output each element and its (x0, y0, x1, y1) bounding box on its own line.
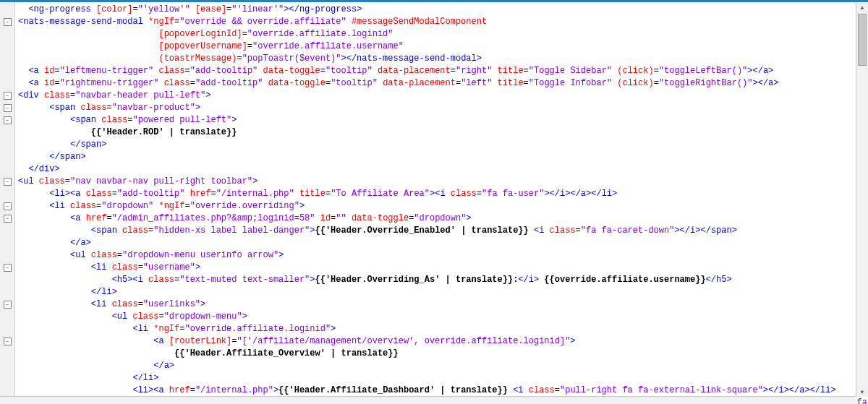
token-val: "username" (143, 262, 195, 272)
token-tag: </a> (70, 238, 91, 248)
token-val: "left" (461, 78, 492, 88)
token-val: "override.affiliate.username" (252, 41, 404, 51)
fold-toggle-icon[interactable]: − (4, 104, 12, 112)
gutter-cell[interactable]: − (0, 176, 14, 188)
token-val: "override.affiliate.loginid" (247, 29, 393, 39)
code-line[interactable]: <div class="navbar-header pull-left"> (18, 90, 868, 102)
token-tag: > (299, 201, 305, 211)
fold-toggle-icon[interactable]: − (4, 301, 12, 309)
token-attr: class (80, 103, 106, 113)
gutter-cell[interactable]: − (0, 262, 14, 274)
scroll-down-arrow[interactable]: ▼ (856, 387, 868, 397)
fold-toggle-icon[interactable]: − (4, 18, 12, 26)
fold-toggle-icon[interactable]: − (4, 178, 12, 186)
horizontal-scrollbar[interactable] (0, 396, 856, 404)
scroll-up-arrow[interactable]: ▲ (856, 2, 868, 12)
code-line[interactable]: <ng-progress [color]="'yellow'" [ease]="… (18, 4, 868, 16)
token-tag: <span (70, 115, 96, 125)
code-line[interactable]: <li class="userlinks"> (18, 298, 868, 311)
token-tag: <a (28, 66, 38, 76)
gutter-cell (0, 40, 14, 53)
token-tag: <ng-progress (28, 4, 90, 14)
code-line[interactable]: [popoverUsername]="override.affiliate.us… (18, 40, 868, 53)
gutter-cell (0, 348, 14, 360)
code-line[interactable]: <a id="leftmenu-trigger" class="add-tool… (18, 65, 868, 77)
code-line[interactable]: {{'Header.Affiliate_Overview' | translat… (18, 348, 868, 360)
token-tag: <ul (112, 311, 128, 322)
scroll-thumb[interactable] (858, 14, 867, 66)
token-attr: class (550, 225, 576, 236)
code-line[interactable]: <li *ngIf="override.affiliate.loginid"> (18, 323, 868, 335)
code-line[interactable]: <span class="powered pull-left"> (18, 114, 868, 126)
token-eq: = (54, 66, 59, 76)
token-val: "hidden-xs label label-danger" (153, 225, 310, 236)
code-line[interactable]: [popoverLoginId]="override.affiliate.log… (18, 28, 868, 40)
token-tag: ></a> (752, 78, 778, 88)
code-line[interactable]: <li><a href="/internal.php">{{'Header.Af… (18, 384, 868, 397)
token-text: {{'Header.Overriding_As' | translate}}: (315, 275, 519, 285)
gutter-cell[interactable]: − (0, 102, 14, 114)
code-line[interactable]: <nats-message-send-modal *ngIf="override… (18, 16, 868, 28)
code-line[interactable]: <a href="/admin_affiliates.php?&amp;logi… (18, 212, 868, 225)
token-val: "add-tooltip" (195, 78, 263, 88)
gutter-cell[interactable]: − (0, 212, 14, 225)
gutter-cell[interactable]: − (0, 16, 14, 28)
code-line[interactable]: </a> (18, 237, 868, 249)
code-line[interactable]: </li> (18, 372, 868, 384)
code-area[interactable]: <ng-progress [color]="'yellow'" [ease]="… (15, 2, 868, 404)
token-attr: #messageSendModalComponent (352, 17, 487, 27)
code-line[interactable]: <h5><i class="text-muted text-smaller">{… (18, 274, 868, 286)
fold-toggle-icon[interactable]: − (4, 202, 12, 210)
token-val: "dropdown" (414, 213, 466, 223)
token-eq: = (451, 66, 456, 76)
gutter-cell[interactable]: − (0, 335, 14, 348)
vertical-scrollbar[interactable]: ▲ ▼ (856, 2, 868, 397)
gutter-cell[interactable]: − (0, 114, 14, 126)
code-line[interactable]: <li class="dropdown" *ngIf="override.ove… (18, 200, 868, 212)
fold-toggle-icon[interactable]: − (4, 92, 12, 100)
code-line[interactable]: <li><a class="add-tooltip" href="/intern… (18, 188, 868, 200)
token-tag: <a (153, 336, 163, 346)
token-val: "add-tooltip" (190, 66, 258, 76)
fold-toggle-icon[interactable]: − (4, 264, 12, 272)
token-attr: *ngIf (158, 201, 184, 211)
token-tag: > (310, 275, 315, 285)
token-attr: class (70, 201, 96, 211)
fold-toggle-icon[interactable]: − (4, 116, 12, 124)
gutter-cell (0, 274, 14, 286)
code-line[interactable]: <span class="navbar-product"> (18, 102, 868, 114)
code-line[interactable]: <li class="username"> (18, 262, 868, 274)
code-line[interactable]: <ul class="dropdown-menu userinfo arrow"… (18, 249, 868, 262)
token-attr: data-placement (378, 66, 451, 76)
code-line[interactable]: </a> (18, 360, 868, 372)
fold-toggle-icon[interactable]: − (4, 215, 12, 223)
token-tag: <li (132, 324, 148, 334)
code-line[interactable]: <ul class="nav navbar-nav pull-right too… (18, 176, 868, 188)
code-line[interactable]: <span class="hidden-xs label label-dange… (18, 225, 868, 237)
code-line[interactable]: {{'Header.ROD' | translate}} (18, 126, 868, 139)
code-line[interactable]: </li> (18, 286, 868, 298)
token-eq: = (654, 78, 659, 88)
token-eq: = (555, 385, 560, 395)
code-line[interactable]: <a [routerLink]="['/affiliate/management… (18, 335, 868, 348)
token-attr: (click) (617, 66, 653, 76)
code-line[interactable]: <ul class="dropdown-menu"> (18, 311, 868, 323)
code-line[interactable]: </span> (18, 139, 868, 151)
gutter-cell[interactable]: − (0, 298, 14, 311)
token-tag: ></i></a></li> (763, 385, 836, 395)
token-attr: [color] (96, 4, 132, 14)
fold-toggle-icon[interactable]: − (4, 338, 12, 345)
token-attr: [routerLink] (169, 336, 231, 346)
token-eq: = (65, 176, 70, 186)
token-val: "tooltip" (331, 78, 378, 88)
gutter-cell[interactable]: − (0, 90, 14, 102)
gutter-cell[interactable]: − (0, 200, 14, 212)
code-line[interactable]: </div> (18, 163, 868, 176)
code-line[interactable]: </span> (18, 151, 868, 163)
code-line[interactable]: <a id="rightmenu-trigger" class="add-too… (18, 77, 868, 90)
token-val: "add-tooltip" (117, 189, 185, 199)
code-line[interactable]: (toastrMessage)="popToastr($event)"></na… (18, 53, 868, 65)
fold-gutter[interactable]: −−−−−−−−−− (0, 2, 15, 404)
token-attr: data-toggle (352, 213, 409, 223)
token-val: "dropdown" (101, 201, 153, 211)
